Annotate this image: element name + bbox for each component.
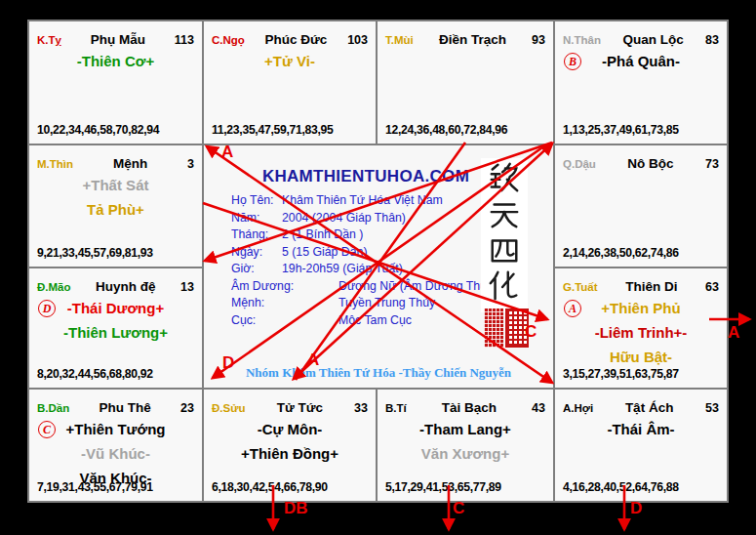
branch-label: Q.Dậu bbox=[563, 158, 596, 170]
info-label: Mệnh: bbox=[231, 295, 338, 312]
palace-header: G.Tuất Thiên Di 63 bbox=[555, 268, 727, 294]
branch-label: T.Mùi bbox=[385, 34, 414, 46]
arrow-label-d-below: D bbox=[630, 499, 642, 518]
chinese-char-tian bbox=[488, 197, 521, 230]
chinese-char-si bbox=[488, 233, 521, 267]
palace-name: Mệnh bbox=[73, 156, 187, 171]
palace-cell-no-boc: Q.Dậu Nô Bộc 73 2,14,26,38,50,62,74,86 bbox=[555, 145, 727, 267]
star-name: -Tham Lang+ bbox=[378, 417, 553, 441]
palace-cell-huynh-de: Đ.Mão Huynh đệ 13 D -Thái Dương+ -Thiên … bbox=[29, 268, 202, 388]
palace-cell-menh: M.Thìn Mệnh 3 +Thất Sát Tả Phù+ 9,21,33,… bbox=[29, 145, 202, 267]
info-value: 19h-20h59 (Giáp Tuất) bbox=[282, 262, 403, 275]
hoa-mark: D bbox=[38, 300, 56, 317]
palace-number: 103 bbox=[347, 33, 368, 47]
star-list: -Tham Lang+ Văn Xương+ bbox=[378, 417, 553, 466]
star-list: -Thái Âm- bbox=[555, 417, 727, 441]
info-label: Âm Dương: bbox=[231, 278, 338, 296]
star-name: +Thiên Đồng+ bbox=[204, 441, 376, 466]
palace-name: Phu Thê bbox=[69, 400, 180, 415]
arrow-label-c-mid: C bbox=[525, 322, 537, 342]
palace-name: Phúc Đức bbox=[245, 32, 347, 47]
star-list: -Cự Môn- +Thiên Đồng+ bbox=[204, 417, 376, 466]
palace-name: Điền Trạch bbox=[414, 32, 532, 47]
info-label: Giờ: bbox=[231, 261, 282, 278]
chinese-characters bbox=[481, 158, 528, 312]
center-info-panel: KHAMTHIENTUHOA.COM Họ Tên:Khâm Thiên Tứ … bbox=[204, 145, 553, 388]
star-list: D -Thái Dương+ -Thiên Lương+ bbox=[29, 296, 202, 345]
star-name: +Thất Sát bbox=[29, 173, 202, 197]
branch-label: Đ.Mão bbox=[37, 281, 71, 293]
chinese-char-hua bbox=[488, 269, 521, 303]
star-list: C +Thiên Tướng -Vũ Khúc- Văn Khúc- bbox=[29, 417, 202, 490]
palace-number: 13 bbox=[180, 280, 194, 294]
palace-number: 113 bbox=[175, 33, 194, 47]
star-name: Hữu Bật- bbox=[555, 345, 727, 369]
star-list: B -Phá Quân- bbox=[555, 49, 727, 73]
branch-label: A.Hợi bbox=[563, 402, 593, 414]
chinese-char-qin bbox=[488, 161, 521, 194]
red-seal-stamp bbox=[484, 309, 529, 348]
age-sequence: 3,15,27,39,51,63,75,87 bbox=[563, 367, 679, 381]
branch-label: N.Thân bbox=[563, 34, 601, 46]
star-name: Văn Xương+ bbox=[378, 441, 553, 466]
palace-header: K.Tỵ Phụ Mẫu 113 bbox=[29, 21, 202, 47]
info-label: Tháng: bbox=[231, 226, 282, 244]
palace-number: 33 bbox=[354, 401, 368, 415]
star-list: -Thiên Cơ+ bbox=[29, 49, 202, 73]
palace-cell-tat-ach: A.Hợi Tật Ách 53 -Thái Âm- 4,16,28,40,52… bbox=[555, 390, 727, 501]
age-sequence: 6,18,30,42,54,66,78,90 bbox=[212, 480, 328, 494]
star-list: A +Thiên Phủ -Liêm Trinh+- Hữu Bật- bbox=[555, 296, 727, 369]
branch-label: B.Dần bbox=[37, 402, 69, 414]
age-sequence: 2,14,26,38,50,62,74,86 bbox=[563, 246, 679, 260]
palace-header: B.Tí Tài Bạch 43 bbox=[378, 390, 553, 415]
star-name: Tả Phù+ bbox=[29, 197, 202, 222]
arrow-label-c-below: C bbox=[453, 499, 464, 518]
arrow-label-a-right: A bbox=[728, 323, 739, 343]
palace-number: 73 bbox=[705, 157, 719, 171]
arrow-label-a-bottom: A bbox=[307, 350, 319, 370]
age-sequence: 12,24,36,48,60,72,84,96 bbox=[385, 123, 507, 137]
info-value: Khâm Thiên Tứ Hóa Việt Nam bbox=[282, 193, 443, 207]
palace-number: 63 bbox=[705, 280, 719, 294]
palace-header: Đ.Mão Huynh đệ 13 bbox=[29, 268, 202, 294]
palace-number: 93 bbox=[532, 33, 545, 47]
palace-name: Nô Bộc bbox=[596, 156, 705, 171]
age-sequence: 5,17,29,41,53,65,77,89 bbox=[385, 480, 501, 494]
branch-label: Đ.Sửu bbox=[212, 402, 246, 414]
star-name: -Thiên Lương+ bbox=[29, 320, 202, 345]
palace-cell-phu-the: B.Dần Phu Thê 23 C +Thiên Tướng -Vũ Khúc… bbox=[29, 390, 202, 501]
seal-left-block bbox=[484, 309, 503, 348]
star-name: +Tử Vi- bbox=[204, 49, 376, 73]
star-name: -Thái Âm- bbox=[555, 417, 727, 441]
star-name: -Cự Môn- bbox=[204, 417, 376, 441]
tuvi-chart: K.Tỵ Phụ Mẫu 113 -Thiên Cơ+ 10,22,34,46,… bbox=[0, 0, 756, 535]
palace-name: Huynh đệ bbox=[71, 279, 181, 294]
palace-name: Tử Tức bbox=[246, 400, 355, 415]
palace-number: 23 bbox=[180, 401, 194, 415]
branch-label: C.Ngọ bbox=[212, 34, 245, 46]
age-sequence: 7,19,31,43,55,67,79,91 bbox=[37, 480, 153, 494]
palace-name: Tật Ách bbox=[593, 400, 705, 415]
age-sequence: 4,16,28,40,52,64,76,88 bbox=[563, 480, 679, 494]
age-sequence: 11,23,35,47,59,71,83,95 bbox=[212, 123, 334, 137]
age-sequence: 10,22,34,46,58,70,82,94 bbox=[37, 123, 159, 137]
star-list: +Tử Vi- bbox=[204, 49, 376, 73]
palace-grid: K.Tỵ Phụ Mẫu 113 -Thiên Cơ+ 10,22,34,46,… bbox=[27, 20, 729, 503]
palace-header: Đ.Sửu Tử Tức 33 bbox=[204, 390, 376, 415]
hoa-mark: A bbox=[564, 300, 581, 317]
branch-label: K.Tỵ bbox=[37, 34, 61, 46]
age-sequence: 9,21,33,45,57,69,81,93 bbox=[37, 246, 153, 260]
star-name: -Vũ Khúc- bbox=[29, 441, 202, 466]
palace-header: C.Ngọ Phúc Đức 103 bbox=[204, 21, 376, 47]
info-value: 2 (1 Bính Dần ) bbox=[282, 227, 363, 241]
palace-cell-dien-trach: T.Mùi Điền Trạch 93 12,24,36,48,60,72,84… bbox=[378, 21, 553, 144]
palace-name: Quan Lộc bbox=[601, 32, 705, 47]
palace-name: Tài Bạch bbox=[407, 400, 532, 415]
palace-cell-tai-bach: B.Tí Tài Bạch 43 -Tham Lang+ Văn Xương+ … bbox=[378, 390, 553, 501]
palace-number: 53 bbox=[705, 401, 719, 415]
palace-header: T.Mùi Điền Trạch 93 bbox=[378, 21, 553, 47]
star-list: +Thất Sát Tả Phù+ bbox=[29, 173, 202, 222]
hoa-mark: B bbox=[564, 53, 581, 70]
palace-header: Q.Dậu Nô Bộc 73 bbox=[555, 145, 727, 171]
info-value: Mộc Tam Cục bbox=[338, 313, 412, 327]
